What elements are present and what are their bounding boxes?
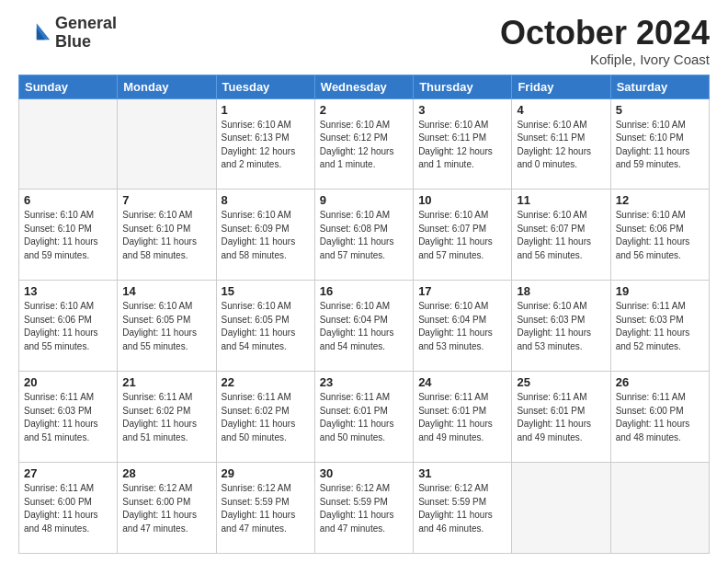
calendar-cell	[610, 463, 709, 554]
calendar-cell: 16Sunrise: 6:10 AM Sunset: 6:04 PM Dayli…	[314, 281, 413, 372]
calendar-header-tuesday: Tuesday	[216, 75, 314, 98]
calendar-cell: 7Sunrise: 6:10 AM Sunset: 6:10 PM Daylig…	[118, 190, 216, 281]
day-info: Sunrise: 6:10 AM Sunset: 6:11 PM Dayligh…	[517, 119, 605, 172]
calendar-cell: 9Sunrise: 6:10 AM Sunset: 6:08 PM Daylig…	[314, 190, 413, 281]
day-number: 18	[517, 284, 605, 298]
calendar-cell: 10Sunrise: 6:10 AM Sunset: 6:07 PM Dayli…	[414, 190, 512, 281]
day-number: 7	[122, 193, 210, 207]
calendar-cell: 20Sunrise: 6:11 AM Sunset: 6:03 PM Dayli…	[19, 372, 118, 463]
logo: General Blue	[18, 15, 117, 52]
day-info: Sunrise: 6:12 AM Sunset: 5:59 PM Dayligh…	[320, 482, 408, 535]
day-number: 5	[616, 103, 704, 117]
calendar-cell: 22Sunrise: 6:11 AM Sunset: 6:02 PM Dayli…	[216, 372, 314, 463]
day-info: Sunrise: 6:12 AM Sunset: 5:59 PM Dayligh…	[222, 482, 310, 535]
day-number: 17	[418, 284, 506, 298]
calendar-cell: 27Sunrise: 6:11 AM Sunset: 6:00 PM Dayli…	[19, 463, 118, 554]
day-number: 31	[418, 466, 506, 480]
day-number: 8	[222, 193, 310, 207]
day-number: 9	[320, 193, 408, 207]
day-number: 15	[222, 284, 310, 298]
calendar-cell: 18Sunrise: 6:10 AM Sunset: 6:03 PM Dayli…	[512, 281, 610, 372]
day-number: 4	[517, 103, 605, 117]
calendar-cell: 3Sunrise: 6:10 AM Sunset: 6:11 PM Daylig…	[414, 98, 512, 190]
day-number: 28	[122, 466, 210, 480]
calendar-header-friday: Friday	[512, 75, 610, 98]
calendar-header-thursday: Thursday	[414, 75, 512, 98]
day-number: 10	[418, 193, 506, 207]
day-number: 29	[222, 466, 310, 480]
day-info: Sunrise: 6:11 AM Sunset: 6:02 PM Dayligh…	[122, 391, 210, 444]
calendar-cell: 2Sunrise: 6:10 AM Sunset: 6:12 PM Daylig…	[314, 98, 413, 190]
day-info: Sunrise: 6:11 AM Sunset: 6:01 PM Dayligh…	[517, 391, 605, 444]
day-number: 19	[616, 284, 704, 298]
day-number: 24	[418, 375, 506, 389]
day-number: 20	[24, 375, 112, 389]
calendar-cell	[512, 463, 610, 554]
calendar-cell: 15Sunrise: 6:10 AM Sunset: 6:05 PM Dayli…	[216, 281, 314, 372]
calendar-cell: 11Sunrise: 6:10 AM Sunset: 6:07 PM Dayli…	[512, 190, 610, 281]
calendar-cell: 5Sunrise: 6:10 AM Sunset: 6:10 PM Daylig…	[610, 98, 709, 190]
day-info: Sunrise: 6:10 AM Sunset: 6:08 PM Dayligh…	[320, 209, 408, 262]
day-number: 13	[24, 284, 112, 298]
logo-line2: Blue	[55, 33, 117, 52]
calendar-cell: 8Sunrise: 6:10 AM Sunset: 6:09 PM Daylig…	[216, 190, 314, 281]
day-info: Sunrise: 6:12 AM Sunset: 6:00 PM Dayligh…	[122, 482, 210, 535]
day-number: 30	[320, 466, 408, 480]
day-info: Sunrise: 6:10 AM Sunset: 6:12 PM Dayligh…	[320, 119, 408, 172]
day-number: 26	[616, 375, 704, 389]
calendar-week-1: 1Sunrise: 6:10 AM Sunset: 6:13 PM Daylig…	[19, 98, 710, 190]
calendar-cell: 24Sunrise: 6:11 AM Sunset: 6:01 PM Dayli…	[414, 372, 512, 463]
logo-icon	[18, 17, 51, 50]
day-number: 14	[122, 284, 210, 298]
calendar-cell: 28Sunrise: 6:12 AM Sunset: 6:00 PM Dayli…	[118, 463, 216, 554]
calendar-cell: 31Sunrise: 6:12 AM Sunset: 5:59 PM Dayli…	[414, 463, 512, 554]
calendar-week-5: 27Sunrise: 6:11 AM Sunset: 6:00 PM Dayli…	[19, 463, 710, 554]
day-info: Sunrise: 6:10 AM Sunset: 6:09 PM Dayligh…	[222, 209, 310, 262]
calendar-header-wednesday: Wednesday	[314, 75, 413, 98]
day-info: Sunrise: 6:10 AM Sunset: 6:07 PM Dayligh…	[517, 209, 605, 262]
day-number: 6	[24, 193, 112, 207]
day-info: Sunrise: 6:10 AM Sunset: 6:07 PM Dayligh…	[418, 209, 506, 262]
calendar-week-3: 13Sunrise: 6:10 AM Sunset: 6:06 PM Dayli…	[19, 281, 710, 372]
calendar-header-saturday: Saturday	[610, 75, 709, 98]
title-area: October 2024 Kofiple, Ivory Coast	[500, 15, 710, 67]
calendar-cell: 19Sunrise: 6:11 AM Sunset: 6:03 PM Dayli…	[610, 281, 709, 372]
calendar-cell: 14Sunrise: 6:10 AM Sunset: 6:05 PM Dayli…	[118, 281, 216, 372]
header: General Blue October 2024 Kofiple, Ivory…	[18, 15, 710, 67]
calendar: SundayMondayTuesdayWednesdayThursdayFrid…	[18, 75, 710, 554]
calendar-week-2: 6Sunrise: 6:10 AM Sunset: 6:10 PM Daylig…	[19, 190, 710, 281]
day-info: Sunrise: 6:10 AM Sunset: 6:05 PM Dayligh…	[122, 300, 210, 353]
day-number: 1	[222, 103, 310, 117]
location-subtitle: Kofiple, Ivory Coast	[500, 52, 710, 67]
calendar-header-sunday: Sunday	[19, 75, 118, 98]
logo-text: General Blue	[55, 15, 117, 52]
calendar-cell: 23Sunrise: 6:11 AM Sunset: 6:01 PM Dayli…	[314, 372, 413, 463]
day-number: 3	[418, 103, 506, 117]
day-info: Sunrise: 6:11 AM Sunset: 6:01 PM Dayligh…	[418, 391, 506, 444]
day-info: Sunrise: 6:10 AM Sunset: 6:06 PM Dayligh…	[616, 209, 704, 262]
calendar-cell	[19, 98, 118, 190]
day-info: Sunrise: 6:10 AM Sunset: 6:10 PM Dayligh…	[122, 209, 210, 262]
calendar-cell: 4Sunrise: 6:10 AM Sunset: 6:11 PM Daylig…	[512, 98, 610, 190]
calendar-cell: 1Sunrise: 6:10 AM Sunset: 6:13 PM Daylig…	[216, 98, 314, 190]
day-number: 27	[24, 466, 112, 480]
logo-line1: General	[55, 15, 117, 33]
calendar-cell: 26Sunrise: 6:11 AM Sunset: 6:00 PM Dayli…	[610, 372, 709, 463]
day-info: Sunrise: 6:10 AM Sunset: 6:05 PM Dayligh…	[222, 300, 310, 353]
day-info: Sunrise: 6:10 AM Sunset: 6:10 PM Dayligh…	[616, 119, 704, 172]
day-info: Sunrise: 6:10 AM Sunset: 6:13 PM Dayligh…	[222, 119, 310, 172]
calendar-cell	[118, 98, 216, 190]
calendar-cell: 13Sunrise: 6:10 AM Sunset: 6:06 PM Dayli…	[19, 281, 118, 372]
day-info: Sunrise: 6:11 AM Sunset: 6:03 PM Dayligh…	[616, 300, 704, 353]
day-info: Sunrise: 6:10 AM Sunset: 6:06 PM Dayligh…	[24, 300, 112, 353]
day-number: 16	[320, 284, 408, 298]
day-info: Sunrise: 6:11 AM Sunset: 6:01 PM Dayligh…	[320, 391, 408, 444]
day-number: 11	[517, 193, 605, 207]
day-info: Sunrise: 6:11 AM Sunset: 6:00 PM Dayligh…	[616, 391, 704, 444]
month-title: October 2024	[500, 15, 710, 52]
day-info: Sunrise: 6:10 AM Sunset: 6:10 PM Dayligh…	[24, 209, 112, 262]
day-number: 21	[122, 375, 210, 389]
calendar-cell: 30Sunrise: 6:12 AM Sunset: 5:59 PM Dayli…	[314, 463, 413, 554]
calendar-cell: 25Sunrise: 6:11 AM Sunset: 6:01 PM Dayli…	[512, 372, 610, 463]
day-number: 2	[320, 103, 408, 117]
